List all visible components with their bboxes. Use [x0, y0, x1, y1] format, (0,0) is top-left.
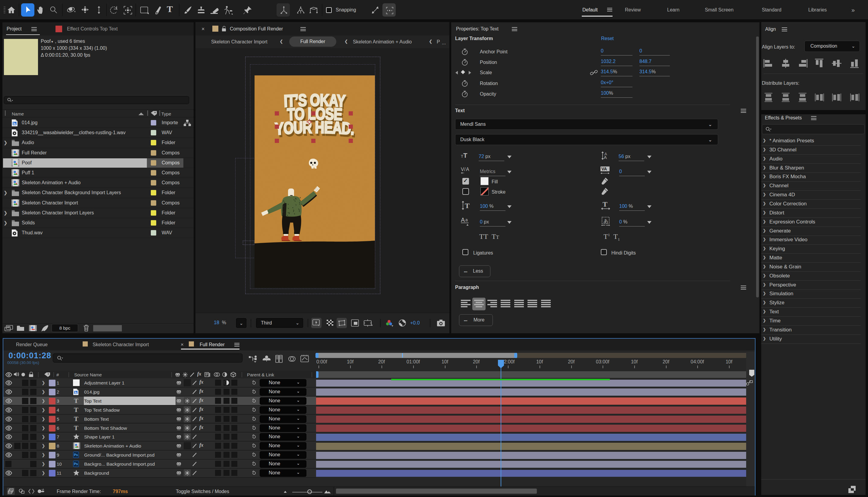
svg-text:a: a — [465, 217, 468, 222]
svg-text:T: T — [602, 201, 608, 208]
svg-text:A: A — [604, 155, 607, 160]
svg-text:Ps: Ps — [74, 462, 78, 466]
svg-text:あ: あ — [603, 218, 608, 224]
svg-text:YOUR HEAD.: YOUR HEAD. — [275, 118, 355, 139]
svg-text:VA: VA — [601, 167, 607, 171]
svg-text:Ps: Ps — [74, 453, 78, 457]
svg-text:A: A — [466, 167, 469, 172]
svg-text:V: V — [461, 167, 464, 172]
svg-text:A: A — [461, 216, 465, 223]
svg-text:T: T — [465, 202, 470, 210]
svg-text:/: / — [464, 167, 466, 172]
